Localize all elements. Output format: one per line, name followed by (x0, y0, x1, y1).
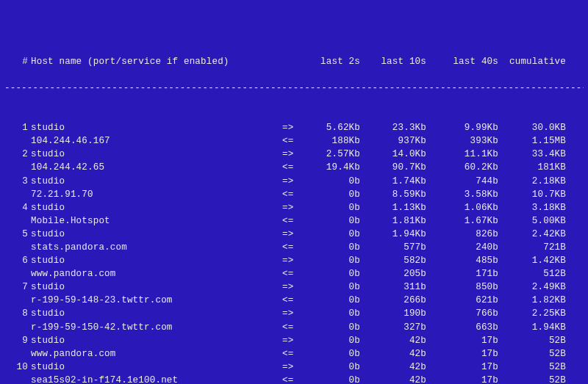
remote-host: stats.pandora.com (28, 241, 282, 254)
table-row: 104.244.46.167<=188Kb937Kb393Kb1.15MB (4, 134, 584, 148)
last40: 1.06Kb (426, 201, 498, 214)
row-index-blank (4, 188, 28, 201)
table-row: 6studio=>0b582b485b1.42KB (4, 254, 584, 267)
table-row: sea15s02-in-f174.1e100.net<=0b42b17b52B (4, 374, 584, 384)
arrow-out-icon: => (282, 148, 300, 161)
remote-host: 104.244.42.65 (28, 161, 282, 174)
last2: 0b (300, 374, 360, 384)
row-index-blank (4, 214, 28, 228)
table-row: 4studio=>0b1.13Kb1.06Kb3.18KB (4, 201, 584, 214)
header-last40: last 40s (426, 55, 498, 68)
last10: 23.3Kb (360, 121, 426, 134)
local-host: studio (28, 307, 282, 320)
local-host: studio (28, 254, 282, 267)
local-host: studio (28, 228, 282, 241)
cumulative: 33.4KB (498, 148, 566, 161)
row-index-blank (4, 321, 28, 334)
remote-host: www.pandora.com (28, 267, 282, 280)
separator-dash: ----------------------------------------… (4, 81, 584, 95)
arrow-in-icon: <= (282, 188, 300, 201)
cumulative: 5.00KB (498, 214, 566, 228)
last2: 0b (300, 201, 360, 214)
last2: 5.62Kb (300, 121, 360, 134)
local-host: studio (28, 361, 282, 374)
arrow-in-icon: <= (282, 374, 300, 384)
last10: 14.0Kb (360, 148, 426, 161)
last10: 1.74Kb (360, 175, 426, 188)
local-host: studio (28, 334, 282, 347)
cumulative: 2.42KB (498, 228, 566, 241)
arrow-out-icon: => (282, 361, 300, 374)
last10: 42b (360, 347, 426, 361)
last40: 60.2Kb (426, 161, 498, 174)
cumulative: 512B (498, 267, 566, 280)
header-last2: last 2s (300, 55, 360, 68)
header-host: Host name (port/service if enabled) (28, 55, 300, 68)
table-row: 72.21.91.70<=0b8.59Kb3.58Kb10.7KB (4, 188, 584, 201)
last10: 42b (360, 374, 426, 384)
last10: 1.13Kb (360, 201, 426, 214)
arrow-in-icon: <= (282, 161, 300, 174)
table-row: r-199-59-150-42.twttr.com<=0b327b663b1.9… (4, 321, 584, 334)
row-index-blank (4, 294, 28, 307)
row-index: 9 (4, 334, 28, 347)
last10: 90.7Kb (360, 161, 426, 174)
arrow-out-icon: => (282, 121, 300, 134)
cumulative: 52B (498, 334, 566, 347)
arrow-out-icon: => (282, 175, 300, 188)
table-row: r-199-59-148-23.twttr.com<=0b266b621b1.8… (4, 294, 584, 307)
table-row: 3studio=>0b1.74Kb744b2.18KB (4, 175, 584, 188)
remote-host: 104.244.46.167 (28, 134, 282, 148)
last2: 2.57Kb (300, 148, 360, 161)
last40: 171b (426, 267, 498, 280)
last2: 0b (300, 280, 360, 294)
cumulative: 181KB (498, 161, 566, 174)
row-index: 10 (4, 361, 28, 374)
row-index: 7 (4, 280, 28, 294)
row-index: 5 (4, 228, 28, 241)
local-host: studio (28, 148, 282, 161)
last10: 190b (360, 307, 426, 320)
last10: 577b (360, 241, 426, 254)
row-index: 3 (4, 175, 28, 188)
last10: 205b (360, 267, 426, 280)
table-row: 10studio=>0b42b17b52B (4, 361, 584, 374)
arrow-in-icon: <= (282, 241, 300, 254)
last2: 0b (300, 334, 360, 347)
arrow-in-icon: <= (282, 294, 300, 307)
last10: 327b (360, 321, 426, 334)
cumulative: 52B (498, 361, 566, 374)
remote-host: www.pandora.com (28, 347, 282, 361)
last40: 240b (426, 241, 498, 254)
table-row: 1studio=>5.62Kb23.3Kb9.99Kb30.0KB (4, 121, 584, 134)
remote-host: r-199-59-150-42.twttr.com (28, 321, 282, 334)
table-row: 5studio=>0b1.94Kb826b2.42KB (4, 228, 584, 241)
cumulative: 3.18KB (498, 201, 566, 214)
last2: 0b (300, 321, 360, 334)
table-row: 7studio=>0b311b850b2.49KB (4, 280, 584, 294)
last10: 266b (360, 294, 426, 307)
last2: 0b (300, 175, 360, 188)
arrow-out-icon: => (282, 280, 300, 294)
last2: 188Kb (300, 134, 360, 148)
local-host: studio (28, 175, 282, 188)
last40: 11.1Kb (426, 148, 498, 161)
connections-table: 1studio=>5.62Kb23.3Kb9.99Kb30.0KB104.244… (4, 121, 584, 384)
last10: 582b (360, 254, 426, 267)
last2: 0b (300, 214, 360, 228)
cumulative: 2.49KB (498, 280, 566, 294)
last40: 850b (426, 280, 498, 294)
table-row: 2studio=>2.57Kb14.0Kb11.1Kb33.4KB (4, 148, 584, 161)
last40: 1.67Kb (426, 214, 498, 228)
remote-host: r-199-59-148-23.twttr.com (28, 294, 282, 307)
arrow-out-icon: => (282, 307, 300, 320)
table-row: Mobile.Hotspot<=0b1.81Kb1.67Kb5.00KB (4, 214, 584, 228)
row-index-blank (4, 134, 28, 148)
row-index-blank (4, 347, 28, 361)
local-host: studio (28, 280, 282, 294)
local-host: studio (28, 121, 282, 134)
last2: 0b (300, 361, 360, 374)
table-row: 9studio=>0b42b17b52B (4, 334, 584, 347)
last2: 19.4Kb (300, 161, 360, 174)
table-row: stats.pandora.com<=0b577b240b721B (4, 241, 584, 254)
